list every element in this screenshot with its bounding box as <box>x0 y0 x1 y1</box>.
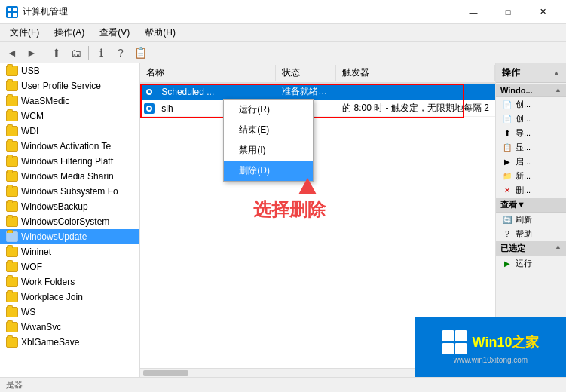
annotation-container: 选择删除 <box>253 178 326 222</box>
folder-icon <box>6 307 18 317</box>
svg-rect-1 <box>8 8 11 11</box>
context-menu: 运行(R) 结束(E) 禁用(I) 删除(D) <box>223 99 314 182</box>
window-controls: — □ ✕ <box>456 0 560 24</box>
status-bar: 是器 <box>0 377 566 392</box>
table-row[interactable]: sih 的 8:00 时 - 触发定，无限期地每隔 2 <box>140 100 495 117</box>
sidebar-item-winactivation[interactable]: Windows Activation Te <box>0 139 139 154</box>
rp-create2[interactable]: 📄 创... <box>496 112 566 126</box>
folder-icon <box>6 81 18 91</box>
col-header-status[interactable]: 状态 <box>276 65 336 81</box>
rp-help[interactable]: ? 帮助 <box>496 227 566 241</box>
group3-chevron: ▲ <box>555 243 561 254</box>
delete-icon: ✕ <box>502 185 512 196</box>
refresh-icon: 🔄 <box>502 215 512 225</box>
chevron-up-icon: ▲ <box>553 69 560 77</box>
sidebar-item-ws[interactable]: WS <box>0 305 139 320</box>
rp-delete[interactable]: ✕ 删... <box>496 183 566 198</box>
start-icon: ▶ <box>502 157 512 167</box>
folder-icon <box>6 126 18 136</box>
rp-refresh[interactable]: 🔄 刷新 <box>496 213 566 227</box>
annotation-text: 选择删除 <box>253 198 326 222</box>
sidebar-item-workfolders[interactable]: Work Folders <box>0 274 139 289</box>
minimize-button[interactable]: — <box>456 0 491 24</box>
sidebar-item-wwansvc[interactable]: WwanSvc <box>0 320 139 335</box>
folder-icon <box>6 247 18 257</box>
sidebar-item-xblgamesave[interactable]: XblGameSave <box>0 335 139 350</box>
ctx-delete[interactable]: 删除(D) <box>224 161 313 181</box>
help-button[interactable]: ? <box>112 44 130 61</box>
maximize-button[interactable]: □ <box>491 0 525 24</box>
rp-import[interactable]: ⬆ 导... <box>496 126 566 140</box>
folder-icon <box>6 292 18 302</box>
table-header: 名称 状态 触发器 <box>140 63 495 84</box>
new2-icon: 📄 <box>502 114 512 124</box>
table-row[interactable]: Scheduled ... 准备就绪，已定义多个触发器 <box>140 84 495 100</box>
menu-file[interactable]: 文件(F) <box>3 24 46 41</box>
close-button[interactable]: ✕ <box>525 0 560 24</box>
ext-button[interactable]: 📋 <box>131 44 149 61</box>
ctx-disable[interactable]: 禁用(I) <box>224 140 313 161</box>
status-text: 是器 <box>6 379 23 390</box>
app-icon <box>6 6 18 18</box>
sidebar-item-winmedia[interactable]: Windows Media Sharin <box>0 169 139 184</box>
folder-icon <box>6 186 18 197</box>
rp-show[interactable]: 📋 显... <box>496 140 566 155</box>
sidebar-item-wininet[interactable]: Wininet <box>0 244 139 259</box>
sidebar-item-wof[interactable]: WOF <box>0 259 139 274</box>
task-row-icon <box>143 86 155 98</box>
folder-icon <box>6 96 18 106</box>
h-scrollbar-thumb[interactable] <box>143 370 188 376</box>
sidebar-item-usb[interactable]: USB <box>0 63 139 78</box>
folder-icon <box>6 337 18 348</box>
sidebar-scroll[interactable]: USB User Profile Service WaaSMedic WCM W… <box>0 63 139 377</box>
sidebar-item-wincolorsystem[interactable]: WindowsColorSystem <box>0 214 139 229</box>
sidebar-item-wcm[interactable]: WCM <box>0 109 139 124</box>
ctx-end[interactable]: 结束(E) <box>224 120 313 140</box>
forward-button[interactable]: ► <box>23 44 41 61</box>
rp-start[interactable]: ▶ 启... <box>496 155 566 169</box>
right-panel-group2-header: 查看▼ <box>496 198 566 213</box>
rp-create1[interactable]: 📄 创... <box>496 97 566 112</box>
up-button[interactable]: ⬆ <box>47 44 66 61</box>
folder-icon <box>6 156 18 167</box>
row-name-scheduled: Scheduled ... <box>155 85 276 99</box>
toolbar-separator2 <box>88 46 89 60</box>
folder-icon <box>6 277 18 287</box>
sidebar-item-winfiltering[interactable]: Windows Filtering Platf <box>0 154 139 169</box>
folder2-icon: 📁 <box>502 171 512 182</box>
toolbar: ◄ ► ⬆ 🗂 ℹ ? 📋 <box>0 42 566 63</box>
sidebar-item-wdi[interactable]: WDI <box>0 124 139 139</box>
back-button[interactable]: ◄ <box>3 44 21 61</box>
sidebar-item-winbackup[interactable]: WindowsBackup <box>0 199 139 214</box>
col-header-trigger[interactable]: 触发器 <box>336 65 495 81</box>
ctx-run[interactable]: 运行(R) <box>224 100 313 120</box>
title-bar: 计算机管理 — □ ✕ <box>0 0 566 24</box>
right-panel-header: 操作 ▲ <box>496 63 566 83</box>
svg-rect-2 <box>13 8 17 11</box>
menu-help[interactable]: 帮助(H) <box>138 24 182 41</box>
windows-logo <box>442 330 467 354</box>
col-header-name[interactable]: 名称 <box>140 65 276 81</box>
sidebar-item-userprofile[interactable]: User Profile Service <box>0 78 139 93</box>
sidebar-item-workplacejoin[interactable]: Workplace Join <box>0 289 139 305</box>
show-hide-button[interactable]: 🗂 <box>67 44 85 61</box>
show-icon: 📋 <box>502 142 512 153</box>
menu-action[interactable]: 操作(A) <box>47 24 91 41</box>
watermark: Win10之家 www.win10xitong.com <box>415 317 566 377</box>
svg-rect-3 <box>8 13 11 17</box>
folder-icon <box>6 141 18 152</box>
sidebar-item-windowsupdate[interactable]: WindowsUpdate <box>0 229 139 244</box>
properties-button[interactable]: ℹ <box>92 44 110 61</box>
folder-icon <box>6 171 18 182</box>
right-panel-group1-header: Windo... ▲ <box>496 84 566 97</box>
rp-new[interactable]: 📁 新... <box>496 169 566 183</box>
sidebar-item-waasmedic[interactable]: WaaSMedic <box>0 93 139 109</box>
task-row-icon2 <box>143 103 155 115</box>
rp-run[interactable]: ▶ 运行 <box>496 256 566 271</box>
right-panel-title: 操作 <box>502 66 520 79</box>
folder-icon <box>6 111 18 121</box>
menu-view[interactable]: 查看(V) <box>93 24 136 41</box>
sidebar-item-winsubsystem[interactable]: Windows Subsystem Fo <box>0 184 139 199</box>
folder-icon <box>6 201 18 212</box>
row-status-scheduled: 准备就绪，已定义多个触发器 <box>276 84 336 100</box>
